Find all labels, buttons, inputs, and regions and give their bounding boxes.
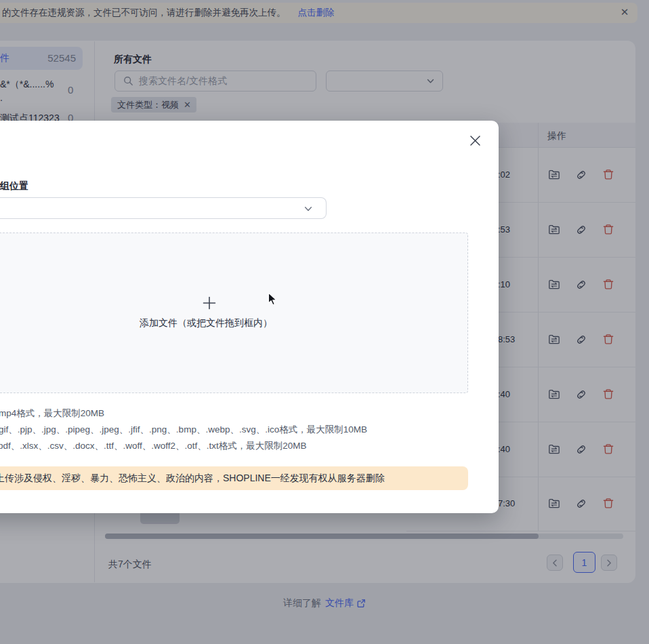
upload-hint-video: mp4格式，最大限制20MB <box>0 407 104 420</box>
upload-dropzone[interactable] <box>0 233 468 393</box>
content-policy-warning: 上传涉及侵权、淫秽、暴力、恐怖主义、政治的内容，SHOPLINE一经发现有权从服… <box>0 466 468 490</box>
content-policy-warning-text: 上传涉及侵权、淫秽、暴力、恐怖主义、政治的内容，SHOPLINE一经发现有权从服… <box>0 472 385 485</box>
upload-file-modal: 组位置 添加文件（或把文件拖到框内） mp4格式，最大限制20MB gif、.p… <box>0 121 499 513</box>
group-location-label: 组位置 <box>0 180 28 193</box>
mouse-cursor <box>268 292 278 306</box>
upload-dropzone-label: 添加文件（或把文件拖到框内） <box>104 317 308 329</box>
group-location-select[interactable] <box>0 197 327 219</box>
file-library-page: 的文件存在违规资源，文件已不可访问，请进行删除并避免再次上传。 点击删除 ✕ 件… <box>0 0 649 644</box>
plus-icon <box>203 296 216 310</box>
chevron-down-icon <box>304 206 312 212</box>
modal-close-icon[interactable] <box>467 133 482 148</box>
upload-hint-document: pdf、.xlsx、.csv、.docx、.ttf、.woff、.woff2、.… <box>0 440 307 452</box>
upload-hint-image: gif、.pjp、.jpg、.pipeg、.jpeg、.jfif、.png、.b… <box>0 424 367 436</box>
